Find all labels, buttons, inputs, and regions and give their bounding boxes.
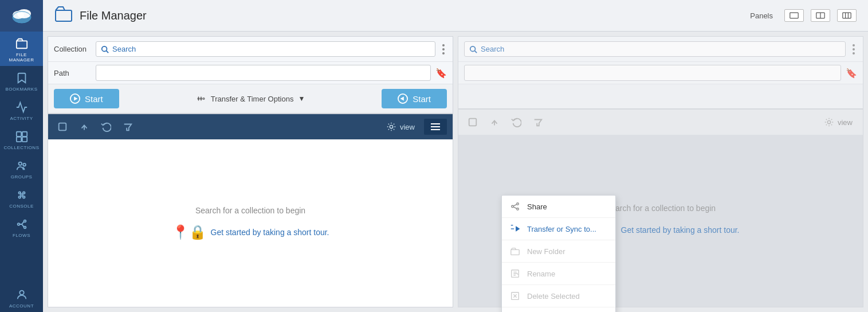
right-collection-row bbox=[458, 37, 863, 62]
svg-marker-30 bbox=[74, 96, 77, 100]
svg-point-16 bbox=[17, 223, 19, 225]
gear-icon-right bbox=[824, 117, 834, 127]
svg-point-15 bbox=[21, 194, 23, 196]
left-collection-input[interactable] bbox=[112, 45, 430, 53]
right-empty-text: Search for a collection to begin bbox=[606, 204, 716, 213]
svg-line-52 bbox=[513, 204, 516, 206]
search-icon-right bbox=[469, 45, 477, 53]
triple-panel-button[interactable] bbox=[837, 9, 857, 22]
left-file-area: Search for a collection to begin 📍🔒 Get … bbox=[48, 139, 453, 307]
left-collection-row: Collection bbox=[48, 37, 453, 62]
right-path-input[interactable] bbox=[464, 65, 841, 81]
view-button-right[interactable]: view bbox=[819, 115, 857, 130]
go-up-button-right[interactable] bbox=[486, 114, 503, 131]
left-panel: Collection Path 🔖 bbox=[48, 36, 453, 307]
right-collection-menu-button[interactable] bbox=[850, 42, 857, 57]
svg-line-45 bbox=[475, 50, 477, 53]
chevron-down-icon: ▼ bbox=[298, 95, 305, 103]
right-start-button[interactable]: Start bbox=[382, 89, 447, 108]
svg-point-33 bbox=[203, 98, 205, 100]
filter-button-right[interactable] bbox=[529, 114, 547, 131]
location-icon-left: 📍🔒 bbox=[172, 224, 206, 240]
rename-icon bbox=[510, 268, 520, 279]
gear-icon-left bbox=[386, 122, 396, 132]
left-bookmark-icon[interactable]: 🔖 bbox=[435, 68, 447, 79]
sidebar-item-collections[interactable]: COLLECTIONS bbox=[0, 124, 43, 154]
left-path-row: Path 🔖 bbox=[48, 62, 453, 84]
left-empty-text: Search for a collection to begin bbox=[195, 206, 305, 215]
svg-rect-6 bbox=[22, 132, 26, 136]
svg-marker-37 bbox=[400, 96, 404, 100]
go-up-button-left[interactable] bbox=[76, 118, 93, 135]
menu-item-delete[interactable]: Delete Selected bbox=[502, 285, 615, 307]
start-play-icon-left bbox=[70, 93, 80, 104]
view-button-left[interactable]: view bbox=[382, 119, 419, 134]
svg-point-27 bbox=[102, 46, 107, 51]
svg-point-17 bbox=[23, 220, 26, 223]
collection-label: Collection bbox=[54, 45, 91, 53]
sidebar-item-account[interactable]: ACCOUNT bbox=[0, 283, 43, 312]
svg-point-40 bbox=[390, 125, 392, 128]
svg-point-51 bbox=[517, 208, 519, 210]
svg-rect-8 bbox=[22, 137, 26, 142]
single-panel-button[interactable] bbox=[784, 9, 804, 22]
svg-rect-24 bbox=[843, 13, 851, 18]
menu-item-download[interactable]: Download bbox=[502, 307, 615, 312]
left-path-input[interactable] bbox=[96, 65, 431, 81]
left-transfer-bar: Start Transfer & Timer Options ▼ Start bbox=[48, 84, 453, 114]
menu-item-rename[interactable]: Rename bbox=[502, 263, 615, 285]
sidebar-item-flows[interactable]: FLOWS bbox=[0, 212, 43, 241]
menu-item-transfer-sync[interactable]: Transfer or Sync to... bbox=[502, 218, 615, 240]
refresh-button-right[interactable] bbox=[508, 114, 525, 131]
right-bookmark-icon[interactable]: 🔖 bbox=[846, 68, 857, 79]
sidebar-item-file-manager[interactable]: FILE MANAGER bbox=[0, 32, 43, 66]
svg-rect-4 bbox=[16, 41, 26, 48]
svg-point-44 bbox=[470, 46, 476, 51]
left-tour-link[interactable]: 📍🔒 Get started by taking a short tour. bbox=[172, 224, 329, 240]
left-start-button[interactable]: Start bbox=[54, 89, 119, 108]
main-area: File Manager Panels Collecti bbox=[43, 0, 868, 312]
filter-button-left[interactable] bbox=[119, 118, 136, 135]
svg-line-28 bbox=[107, 50, 109, 53]
content-area: Collection Path 🔖 bbox=[43, 32, 868, 312]
checkbox-button-left[interactable] bbox=[54, 118, 71, 135]
menu-item-new-folder[interactable]: New Folder bbox=[502, 240, 615, 263]
sidebar-item-activity[interactable]: ACTIVITY bbox=[0, 95, 43, 124]
checkbox-button-right[interactable] bbox=[464, 114, 481, 131]
svg-point-9 bbox=[18, 162, 22, 166]
svg-rect-20 bbox=[56, 10, 72, 21]
search-icon-left bbox=[101, 45, 109, 53]
svg-rect-7 bbox=[16, 137, 21, 142]
svg-point-14 bbox=[22, 196, 25, 198]
new-folder-icon bbox=[510, 246, 520, 256]
dual-panel-button[interactable] bbox=[811, 9, 830, 22]
svg-line-53 bbox=[513, 207, 516, 209]
right-collection-search-wrap bbox=[464, 41, 846, 57]
menu-item-share[interactable]: Share bbox=[502, 196, 615, 218]
svg-point-18 bbox=[23, 227, 26, 229]
context-menu: Share Transfer or Sync to... New Folder bbox=[501, 195, 616, 312]
svg-point-11 bbox=[18, 192, 21, 194]
svg-point-13 bbox=[18, 196, 21, 198]
app-logo[interactable] bbox=[0, 0, 43, 32]
refresh-button-left[interactable] bbox=[97, 118, 115, 135]
delete-icon bbox=[510, 291, 520, 301]
transfer-options-button[interactable]: Transfer & Timer Options ▼ bbox=[196, 93, 305, 104]
left-collection-search-wrap bbox=[96, 41, 435, 57]
sidebar-item-bookmarks[interactable]: BOOKMARKS bbox=[0, 66, 43, 95]
svg-line-58 bbox=[517, 273, 519, 275]
sidebar-item-console[interactable]: CONSOLE bbox=[0, 183, 43, 212]
path-label: Path bbox=[54, 69, 91, 77]
hamburger-button-left[interactable] bbox=[424, 119, 447, 135]
topbar: File Manager Panels bbox=[43, 0, 868, 32]
svg-rect-38 bbox=[59, 123, 66, 131]
transfer-sync-icon bbox=[510, 224, 520, 234]
svg-rect-46 bbox=[469, 119, 477, 126]
svg-point-50 bbox=[512, 205, 514, 208]
transfer-options-icon bbox=[196, 93, 206, 104]
right-collection-input[interactable] bbox=[481, 45, 840, 53]
left-collection-menu-button[interactable] bbox=[440, 42, 447, 57]
sidebar-item-groups[interactable]: GROUPS bbox=[0, 154, 43, 183]
svg-point-12 bbox=[22, 192, 25, 194]
file-manager-icon bbox=[54, 5, 73, 26]
